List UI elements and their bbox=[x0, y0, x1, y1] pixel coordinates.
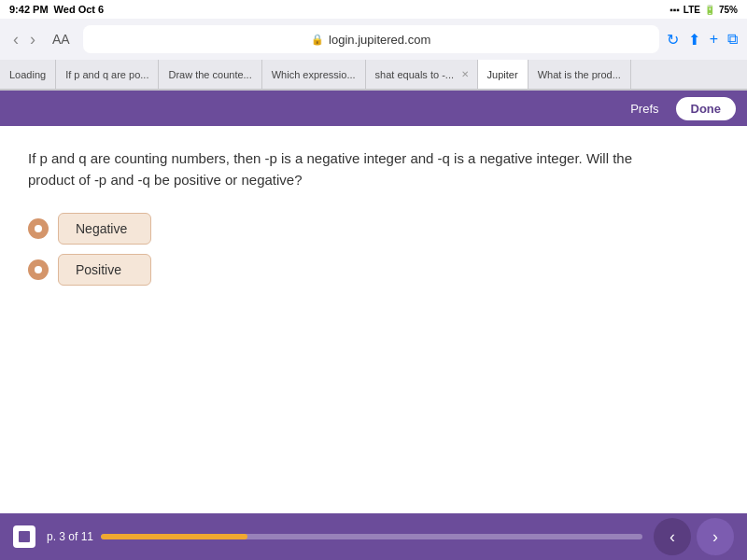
tab-2[interactable]: Draw the counte... bbox=[159, 60, 261, 89]
option-positive[interactable]: Positive bbox=[28, 254, 719, 286]
tabs-button[interactable]: ⧉ bbox=[727, 31, 738, 48]
refresh-button[interactable]: ↻ bbox=[667, 31, 679, 49]
next-button[interactable]: › bbox=[697, 518, 734, 555]
nav-circle-buttons: ‹ › bbox=[654, 518, 734, 555]
radio-positive[interactable] bbox=[28, 259, 49, 280]
url-bar[interactable]: 🔒 login.jupitered.com bbox=[83, 25, 659, 53]
stop-icon bbox=[19, 531, 30, 542]
reader-mode-button[interactable]: AA bbox=[47, 30, 76, 49]
battery-icon: 🔋 bbox=[704, 5, 715, 15]
tab-4[interactable]: shat equals to -... ✕ bbox=[366, 60, 478, 89]
progress-bar-bg bbox=[101, 534, 642, 539]
lock-icon: 🔒 bbox=[311, 34, 324, 46]
progress-bar-fill bbox=[101, 534, 247, 539]
content-area: If p and q are counting numbers, then -p… bbox=[0, 126, 747, 308]
battery-label: 75% bbox=[719, 5, 738, 15]
tab-1-label: If p and q are po... bbox=[65, 69, 148, 80]
forward-button[interactable]: › bbox=[26, 28, 39, 51]
tab-3-label: Which expressio... bbox=[272, 69, 356, 80]
browser-toolbar: ‹ › AA 🔒 login.jupitered.com ↻ ⬆ + ⧉ bbox=[0, 19, 747, 60]
tab-4-label: shat equals to -... bbox=[375, 69, 454, 80]
tab-2-label: Draw the counte... bbox=[168, 69, 251, 80]
prev-button[interactable]: ‹ bbox=[654, 518, 691, 555]
tab-jupiter-label: Jupiter bbox=[487, 69, 518, 80]
status-date: Wed Oct 6 bbox=[54, 4, 105, 15]
status-time: 9:42 PM bbox=[9, 4, 49, 15]
tab-5[interactable]: What is the prod... bbox=[529, 60, 631, 89]
lte-label: LTE bbox=[684, 5, 700, 15]
url-text: login.jupitered.com bbox=[329, 33, 430, 47]
tab-5-label: What is the prod... bbox=[538, 69, 621, 80]
done-button[interactable]: Done bbox=[676, 97, 737, 120]
tabs-bar: Loading If p and q are po... Draw the co… bbox=[0, 60, 747, 90]
tab-loading-label: Loading bbox=[9, 69, 46, 80]
question-text: If p and q are counting numbers, then -p… bbox=[28, 148, 663, 190]
tab-jupiter[interactable]: Jupiter bbox=[478, 60, 529, 89]
radio-negative[interactable] bbox=[28, 218, 49, 239]
option-positive-label: Positive bbox=[58, 254, 151, 286]
answer-options: Negative Positive bbox=[28, 213, 719, 286]
radio-negative-inner bbox=[35, 225, 42, 232]
tab-loading[interactable]: Loading bbox=[0, 60, 56, 89]
bottom-bar: p. 3 of 11 ‹ › bbox=[0, 513, 747, 560]
signal-icon: ▪▪▪ bbox=[669, 5, 680, 15]
status-bar: 9:42 PM Wed Oct 6 ▪▪▪ LTE 🔋 75% bbox=[0, 0, 747, 19]
tab-1[interactable]: If p and q are po... bbox=[56, 60, 159, 89]
tab-3[interactable]: Which expressio... bbox=[262, 60, 366, 89]
stop-button[interactable] bbox=[13, 525, 35, 548]
page-label: p. 3 of 11 bbox=[47, 530, 93, 543]
radio-positive-inner bbox=[35, 266, 42, 273]
back-button[interactable]: ‹ bbox=[9, 28, 22, 51]
option-negative-label: Negative bbox=[58, 213, 151, 245]
tab-4-close[interactable]: ✕ bbox=[461, 69, 469, 79]
new-tab-button[interactable]: + bbox=[710, 31, 718, 48]
share-button[interactable]: ⬆ bbox=[688, 31, 700, 49]
progress-section: p. 3 of 11 bbox=[47, 530, 642, 543]
app-header: Prefs Done bbox=[0, 91, 747, 126]
option-negative[interactable]: Negative bbox=[28, 213, 719, 245]
prefs-button[interactable]: Prefs bbox=[623, 98, 666, 119]
browser-chrome: ‹ › AA 🔒 login.jupitered.com ↻ ⬆ + ⧉ Loa… bbox=[0, 19, 747, 91]
